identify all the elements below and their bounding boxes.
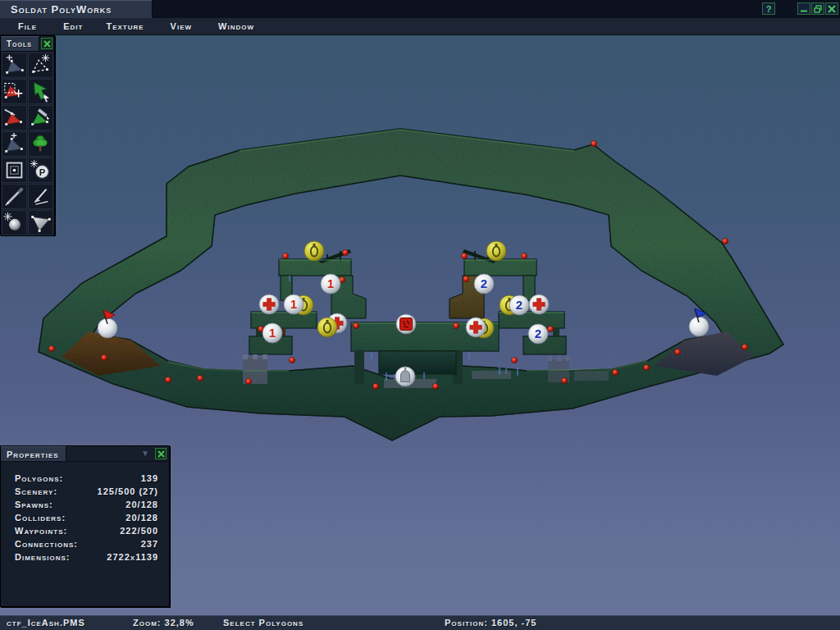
menu-texture[interactable]: Texture: [106, 21, 144, 31]
knife-icon: [29, 185, 52, 208]
scenery-icon: [29, 132, 52, 156]
tool-light[interactable]: [2, 210, 27, 235]
collider-dot[interactable]: [723, 239, 728, 244]
tool-spawn-point[interactable]: P: [28, 158, 53, 183]
tools-panel: Tools: [0, 35, 55, 235]
grenade-pin-icon: [326, 320, 329, 323]
collider-dot[interactable]: [373, 384, 379, 390]
marker-spawn-team2[interactable]: 2: [528, 324, 548, 344]
special-box-icon: [400, 318, 413, 331]
tool-scenery[interactable]: [28, 131, 53, 157]
marker-spawn-team1[interactable]: 1: [284, 294, 304, 314]
collider-dot[interactable]: [198, 376, 203, 381]
menu-view[interactable]: View: [171, 21, 192, 31]
tool-vertex-edit[interactable]: [2, 105, 27, 130]
property-label: Dimensions:: [15, 552, 71, 562]
collapse-arrow-icon[interactable]: ▼: [141, 449, 149, 459]
grenade-pin-icon: [313, 244, 316, 247]
status-bar: ctf_IceAsh.PMS Zoom: 32,8% Select Polygo…: [0, 615, 840, 630]
marker-medkit[interactable]: [259, 294, 279, 314]
collider-dot[interactable]: [290, 358, 295, 363]
collider-dot[interactable]: [246, 379, 252, 385]
menu-file[interactable]: File: [18, 21, 37, 31]
help-icon: ?: [766, 4, 772, 14]
collider-dot[interactable]: [462, 253, 468, 259]
collider-box-icon: [2, 158, 26, 182]
spawn-number: 2: [535, 326, 541, 340]
status-filename: ctf_IceAsh.PMS: [7, 618, 85, 628]
marker-grenade-kit[interactable]: [486, 241, 506, 261]
restore-button[interactable]: [811, 2, 824, 15]
property-value: 222/500: [120, 526, 158, 536]
pipette-icon: [2, 185, 26, 208]
vertex-edit-icon: [2, 106, 26, 130]
tools-panel-header[interactable]: Tools: [1, 36, 54, 52]
property-row-scenery: Scenery: 125/500 (27): [1, 486, 169, 500]
close-button[interactable]: [825, 2, 838, 15]
tool-collider-box[interactable]: [2, 158, 27, 183]
collider-dot[interactable]: [548, 326, 554, 332]
tool-select-polygon[interactable]: [2, 79, 27, 104]
tool-depth-gradient[interactable]: [28, 210, 53, 235]
collider-dot[interactable]: [675, 349, 681, 355]
minimize-icon: [800, 5, 808, 12]
close-icon: [158, 450, 165, 458]
marker-medkit[interactable]: [466, 317, 486, 337]
properties-close-button[interactable]: [155, 448, 167, 459]
collider-dot[interactable]: [283, 253, 289, 259]
collider-dot[interactable]: [433, 384, 439, 390]
polygon-transform-icon: [2, 132, 26, 156]
minimize-button[interactable]: [797, 2, 810, 15]
window-buttons: ?: [761, 2, 838, 15]
title-bar[interactable]: Soldat PolyWorks ?: [0, 0, 840, 18]
collider-dot[interactable]: [343, 250, 349, 256]
collider-dot[interactable]: [562, 378, 568, 384]
spawn-number: 1: [269, 326, 276, 340]
status-zoom: Zoom: 32,8%: [133, 618, 194, 628]
collider-dot[interactable]: [166, 377, 171, 383]
collider-dot[interactable]: [49, 346, 55, 352]
properties-panel: Properties ▼ Polygons: 139 Scenery: 125/…: [0, 445, 170, 607]
collider-dot[interactable]: [591, 141, 597, 147]
terrain-ring[interactable]: [39, 129, 783, 441]
fence-scenery: [574, 371, 609, 381]
collider-dot[interactable]: [742, 345, 748, 350]
tools-close-button[interactable]: [41, 38, 52, 49]
marker-grenade-kit[interactable]: [317, 317, 337, 337]
svg-text:P: P: [39, 167, 46, 177]
tool-move-selection[interactable]: [28, 79, 53, 104]
tool-polygon-transform[interactable]: [2, 131, 27, 157]
collider-dot[interactable]: [454, 323, 459, 329]
property-row-waypoints: Waypoints: 222/500: [1, 526, 169, 539]
collider-dot[interactable]: [644, 365, 650, 371]
collider-dot[interactable]: [463, 276, 469, 282]
properties-rows: Polygons: 139 Scenery: 125/500 (27) Spaw…: [1, 473, 169, 565]
marker-spawn-team2[interactable]: 2: [509, 295, 529, 315]
tool-texture-brush[interactable]: [28, 105, 53, 130]
menu-window[interactable]: Window: [218, 21, 254, 31]
marker-special[interactable]: [396, 314, 416, 334]
marker-spawn-team2[interactable]: 2: [474, 274, 494, 294]
marker-spawn-team1[interactable]: 1: [262, 323, 282, 343]
map-terrain[interactable]: [39, 129, 783, 441]
properties-panel-header[interactable]: Properties ▼: [1, 446, 169, 462]
tool-pipette[interactable]: [2, 184, 27, 209]
help-button[interactable]: ?: [762, 2, 775, 15]
marker-medkit[interactable]: [529, 294, 549, 314]
collider-dot[interactable]: [613, 370, 619, 376]
marker-spawn-team1[interactable]: 1: [321, 274, 340, 294]
tool-create-polygon[interactable]: [28, 52, 53, 78]
collider-dot[interactable]: [512, 358, 518, 363]
collider-dot[interactable]: [102, 355, 107, 361]
menu-edit[interactable]: Edit: [63, 21, 83, 31]
marker-grenade-kit[interactable]: [304, 241, 324, 261]
tool-knife[interactable]: [28, 184, 53, 209]
tool-transform-polygon[interactable]: [2, 52, 27, 78]
select-polygon-icon: [2, 80, 26, 103]
property-row-dimensions: Dimensions: 2722x1139: [1, 552, 169, 565]
create-polygon-icon: [29, 53, 52, 77]
property-value: 237: [141, 539, 158, 549]
marker-stat-gun[interactable]: [395, 367, 415, 386]
collider-dot[interactable]: [522, 253, 527, 259]
collider-dot[interactable]: [354, 323, 359, 329]
